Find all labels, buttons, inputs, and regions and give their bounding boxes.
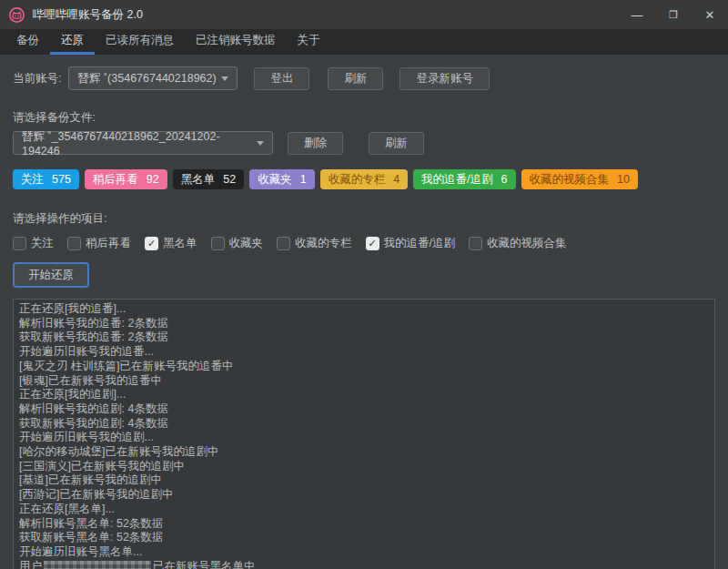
backup-file-label: 请选择备份文件: (13, 110, 96, 126)
badge-label: 收藏的专栏 (329, 172, 386, 188)
app-window: 哔哩哔哩账号备份 2.0 — ❐ ✕ 备份还原已读所有消息已注销账号数据关于 当… (0, 0, 728, 569)
log-line: [三国演义]已在新账号我的追剧中 (19, 460, 709, 474)
count-badge-收藏夹: 收藏夹1 (249, 169, 314, 189)
badge-count: 10 (617, 173, 630, 186)
backup-file-select-value: 朁辉 ˚_3546767440218962_20241202-194246 (22, 129, 257, 157)
checkbox-label: 黑名单 (163, 236, 197, 251)
chevron-down-icon (221, 76, 228, 81)
log-output[interactable]: 正在还原[我的追番]...解析旧账号我的追番: 2条数据获取新账号我的追番: 2… (13, 299, 715, 569)
log-line: [哈尔的移动城堡]已在新账号我的追剧中 (19, 445, 709, 460)
badge-label: 我的追番/追剧 (421, 172, 492, 188)
badge-label: 稍后再看 (93, 172, 138, 188)
log-line: 解析旧账号黑名单: 52条数据 (19, 517, 709, 532)
log-line: 获取新账号我的追剧: 4条数据 (19, 417, 709, 432)
count-badge-收藏的专栏: 收藏的专栏4 (320, 169, 408, 189)
checkbox-unchecked-icon[interactable]: ✓ (67, 237, 81, 250)
checkbox-label: 收藏的视频合集 (487, 236, 567, 251)
delete-backup-button[interactable]: 删除 (288, 132, 343, 155)
badge-count: 6 (501, 173, 508, 186)
backup-refresh-button[interactable]: 刷新 (369, 132, 424, 155)
tab-关于[interactable]: 关于 (287, 29, 331, 55)
logout-button[interactable]: 登出 (254, 67, 309, 90)
tab-备份[interactable]: 备份 (5, 29, 50, 55)
log-line: 获取新账号黑名单: 52条数据 (19, 531, 709, 545)
checkbox-label: 关注 (31, 236, 54, 251)
badge-count: 52 (223, 173, 236, 186)
count-badge-收藏的视频合集: 收藏的视频合集10 (521, 169, 638, 189)
checkbox-checked-icon[interactable]: ✓ (366, 237, 379, 250)
log-line: 获取新账号我的追番: 2条数据 (19, 330, 709, 345)
checkbox-item-稍后再看[interactable]: ✓稍后再看 (67, 236, 131, 251)
tab-已读所有消息[interactable]: 已读所有消息 (95, 29, 185, 55)
badge-label: 收藏夹 (258, 172, 292, 188)
minimize-icon[interactable]: — (619, 0, 655, 29)
tab-已注销账号数据[interactable]: 已注销账号数据 (185, 29, 287, 55)
backup-file-select[interactable]: 朁辉 ˚_3546767440218962_20241202-194246 (13, 131, 273, 155)
checkbox-unchecked-icon[interactable]: ✓ (469, 237, 482, 250)
checkbox-unchecked-icon[interactable]: ✓ (13, 237, 26, 250)
log-line: [银魂]已在新账号我的追番中 (19, 374, 709, 389)
start-restore-button[interactable]: 开始还原 (13, 262, 89, 288)
operation-checkboxes: ✓关注✓稍后再看✓黑名单✓收藏夹✓收藏的专栏✓我的追番/追剧✓收藏的视频合集 (13, 236, 715, 251)
count-badge-黑名单: 黑名单52 (173, 169, 244, 189)
bilibili-tv-icon (9, 7, 25, 23)
count-badge-稍后再看: 稍后再看92 (85, 169, 167, 189)
log-line: 解析旧账号我的追剧: 4条数据 (19, 402, 709, 417)
badge-label: 黑名单 (181, 172, 216, 188)
log-line: 用户已在新账号黑名单中 (19, 560, 709, 569)
badge-count: 1 (300, 173, 307, 186)
tab-bar: 备份还原已读所有消息已注销账号数据关于 (0, 29, 728, 55)
close-icon[interactable]: ✕ (692, 0, 728, 29)
badge-count: 4 (393, 173, 399, 186)
badge-label: 收藏的视频合集 (530, 172, 610, 188)
checkbox-label: 稍后再看 (86, 236, 131, 251)
log-line: 解析旧账号我的追番: 2条数据 (19, 317, 709, 331)
login-new-account-button[interactable]: 登录新账号 (399, 67, 490, 90)
count-badge-关注: 关注575 (13, 169, 79, 189)
checkbox-item-收藏的视频合集[interactable]: ✓收藏的视频合集 (469, 236, 567, 251)
censored-username (44, 561, 151, 569)
checkbox-checked-icon[interactable]: ✓ (145, 237, 158, 250)
log-line: [西游记]已在新账号我的追剧中 (19, 488, 709, 503)
account-select-value: 朁辉 ˚(3546767440218962) (77, 71, 216, 86)
checkbox-item-收藏夹[interactable]: ✓收藏夹 (211, 236, 264, 251)
restore-panel: 当前账号: 朁辉 ˚(3546767440218962) 登出 刷新 登录新账号… (0, 55, 728, 569)
checkbox-item-我的追番/追剧[interactable]: ✓我的追番/追剧 (366, 236, 455, 251)
maximize-icon[interactable]: ❐ (655, 0, 692, 29)
checkbox-unchecked-icon[interactable]: ✓ (277, 237, 290, 250)
operations-label: 请选择操作的项目: (13, 211, 106, 227)
log-line: 正在还原[黑名单]... (19, 503, 709, 517)
log-line: [基道]已在新账号我的追剧中 (19, 473, 709, 488)
count-badge-我的追番/追剧: 我的追番/追剧6 (413, 169, 515, 189)
chevron-down-icon (257, 141, 264, 146)
checkbox-item-关注[interactable]: ✓关注 (13, 236, 54, 251)
checkbox-item-收藏的专栏[interactable]: ✓收藏的专栏 (277, 236, 352, 251)
checkbox-label: 收藏夹 (229, 236, 264, 251)
log-line: 开始遍历旧账号黑名单... (19, 545, 709, 560)
badge-label: 关注 (21, 172, 44, 188)
log-line: 正在还原[我的追番]... (19, 302, 709, 317)
checkbox-label: 我的追番/追剧 (384, 236, 455, 251)
account-refresh-button[interactable]: 刷新 (328, 67, 383, 90)
badge-count: 575 (52, 173, 71, 186)
tab-还原[interactable]: 还原 (50, 29, 95, 55)
checkbox-unchecked-icon[interactable]: ✓ (211, 237, 225, 250)
checkbox-label: 收藏的专栏 (295, 236, 352, 251)
current-account-label: 当前账号: (13, 71, 61, 86)
category-badges: 关注575稍后再看92黑名单52收藏夹1收藏的专栏4我的追番/追剧6收藏的视频合… (13, 169, 715, 189)
log-line: [鬼灭之刃 柱训练篇]已在新账号我的追番中 (19, 360, 709, 374)
account-select[interactable]: 朁辉 ˚(3546767440218962) (68, 66, 238, 90)
log-line: 开始遍历旧账号我的追剧... (19, 431, 709, 445)
window-title: 哔哩哔哩账号备份 2.0 (33, 7, 143, 23)
titlebar: 哔哩哔哩账号备份 2.0 — ❐ ✕ (0, 0, 728, 29)
log-line: 正在还原[我的追剧]... (19, 388, 709, 402)
badge-count: 92 (147, 173, 159, 186)
checkbox-item-黑名单[interactable]: ✓黑名单 (145, 236, 197, 251)
log-line: 开始遍历旧账号我的追番... (19, 345, 709, 360)
